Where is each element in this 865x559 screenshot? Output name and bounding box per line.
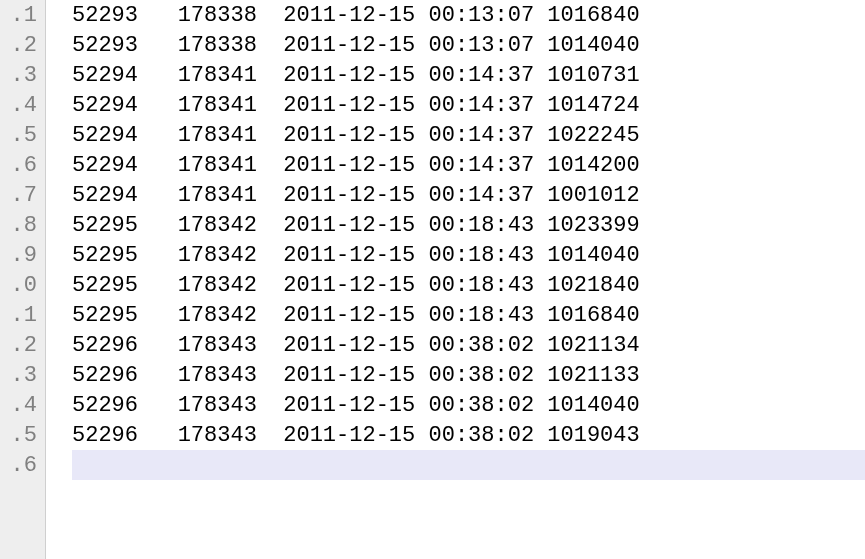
col-4: 00:14:37: [428, 183, 547, 208]
col-1: 52296: [72, 333, 178, 358]
code-line[interactable]: 52294 178341 2011-12-15 00:14:37 1014200: [72, 150, 865, 180]
code-line[interactable]: 52295 178342 2011-12-15 00:18:43 1021840: [72, 270, 865, 300]
col-3: 2011-12-15: [283, 123, 428, 148]
col-4: 00:13:07: [428, 3, 547, 28]
col-4: 00:18:43: [428, 213, 547, 238]
col-2: 178342: [178, 303, 284, 328]
col-3: 2011-12-15: [283, 153, 428, 178]
col-1: 52296: [72, 423, 178, 448]
col-5: 1022245: [547, 123, 653, 148]
col-1: 52295: [72, 213, 178, 238]
code-line[interactable]: 52294 178341 2011-12-15 00:14:37 1022245: [72, 120, 865, 150]
col-3: 2011-12-15: [283, 93, 428, 118]
col-3: 2011-12-15: [283, 303, 428, 328]
col-3: 2011-12-15: [283, 183, 428, 208]
col-3: 2011-12-15: [283, 393, 428, 418]
line-number-gutter: .1.2.3.4.5.6.7.8.9.0.1.2.3.4.5.6: [0, 0, 46, 559]
code-line[interactable]: 52296 178343 2011-12-15 00:38:02 1021133: [72, 360, 865, 390]
col-5: 1021840: [547, 273, 653, 298]
col-2: 178343: [178, 423, 284, 448]
col-3: 2011-12-15: [283, 33, 428, 58]
line-number: .2: [0, 330, 45, 360]
col-2: 178341: [178, 153, 284, 178]
col-5: 1014200: [547, 153, 653, 178]
col-5: 1023399: [547, 213, 653, 238]
col-1: 52294: [72, 63, 178, 88]
col-3: 2011-12-15: [283, 423, 428, 448]
line-number: .7: [0, 180, 45, 210]
code-line[interactable]: 52295 178342 2011-12-15 00:18:43 1023399: [72, 210, 865, 240]
line-number: .3: [0, 360, 45, 390]
col-2: 178341: [178, 183, 284, 208]
col-5: 1001012: [547, 183, 653, 208]
col-1: 52296: [72, 363, 178, 388]
col-1: 52293: [72, 3, 178, 28]
col-1: 52296: [72, 393, 178, 418]
col-4: 00:14:37: [428, 63, 547, 88]
code-line[interactable]: 52295 178342 2011-12-15 00:18:43 1016840: [72, 300, 865, 330]
col-5: 1021133: [547, 363, 653, 388]
col-5: 1014724: [547, 93, 653, 118]
code-line[interactable]: [72, 450, 865, 480]
col-2: 178342: [178, 213, 284, 238]
col-4: 00:18:43: [428, 303, 547, 328]
code-content[interactable]: 52293 178338 2011-12-15 00:13:07 1016840…: [46, 0, 865, 559]
code-line[interactable]: 52294 178341 2011-12-15 00:14:37 1001012: [72, 180, 865, 210]
col-5: 1014040: [547, 243, 653, 268]
line-number: .6: [0, 450, 45, 480]
col-2: 178341: [178, 123, 284, 148]
code-line[interactable]: 52296 178343 2011-12-15 00:38:02 1021134: [72, 330, 865, 360]
col-2: 178343: [178, 363, 284, 388]
line-number: .9: [0, 240, 45, 270]
col-3: 2011-12-15: [283, 243, 428, 268]
col-4: 00:14:37: [428, 93, 547, 118]
code-line[interactable]: 52294 178341 2011-12-15 00:14:37 1010731: [72, 60, 865, 90]
col-1: 52295: [72, 303, 178, 328]
text-editor: .1.2.3.4.5.6.7.8.9.0.1.2.3.4.5.6 52293 1…: [0, 0, 865, 559]
col-4: 00:18:43: [428, 273, 547, 298]
col-4: 00:38:02: [428, 333, 547, 358]
col-2: 178338: [178, 3, 284, 28]
code-line[interactable]: 52295 178342 2011-12-15 00:18:43 1014040: [72, 240, 865, 270]
col-2: 178343: [178, 333, 284, 358]
line-number: .1: [0, 0, 45, 30]
col-3: 2011-12-15: [283, 333, 428, 358]
line-number: .1: [0, 300, 45, 330]
code-line[interactable]: 52293 178338 2011-12-15 00:13:07 1016840: [72, 0, 865, 30]
line-number: .6: [0, 150, 45, 180]
col-2: 178342: [178, 273, 284, 298]
col-2: 178341: [178, 93, 284, 118]
col-4: 00:14:37: [428, 123, 547, 148]
col-3: 2011-12-15: [283, 363, 428, 388]
code-line[interactable]: 52296 178343 2011-12-15 00:38:02 1019043: [72, 420, 865, 450]
col-1: 52294: [72, 153, 178, 178]
code-line[interactable]: 52296 178343 2011-12-15 00:38:02 1014040: [72, 390, 865, 420]
col-3: 2011-12-15: [283, 213, 428, 238]
col-5: 1010731: [547, 63, 653, 88]
line-number: .5: [0, 120, 45, 150]
col-4: 00:13:07: [428, 33, 547, 58]
col-3: 2011-12-15: [283, 3, 428, 28]
code-line[interactable]: 52293 178338 2011-12-15 00:13:07 1014040: [72, 30, 865, 60]
code-line[interactable]: 52294 178341 2011-12-15 00:14:37 1014724: [72, 90, 865, 120]
col-4: 00:38:02: [428, 363, 547, 388]
col-5: 1014040: [547, 393, 653, 418]
line-number: .5: [0, 420, 45, 450]
col-2: 178341: [178, 63, 284, 88]
col-4: 00:14:37: [428, 153, 547, 178]
col-1: 52295: [72, 273, 178, 298]
col-1: 52294: [72, 123, 178, 148]
line-number: .2: [0, 30, 45, 60]
col-3: 2011-12-15: [283, 63, 428, 88]
col-1: 52293: [72, 33, 178, 58]
col-1: 52295: [72, 243, 178, 268]
col-4: 00:18:43: [428, 243, 547, 268]
col-5: 1016840: [547, 303, 653, 328]
col-1: 52294: [72, 183, 178, 208]
col-5: 1019043: [547, 423, 653, 448]
col-5: 1016840: [547, 3, 653, 28]
line-number: .3: [0, 60, 45, 90]
col-2: 178342: [178, 243, 284, 268]
line-number: .0: [0, 270, 45, 300]
col-4: 00:38:02: [428, 393, 547, 418]
